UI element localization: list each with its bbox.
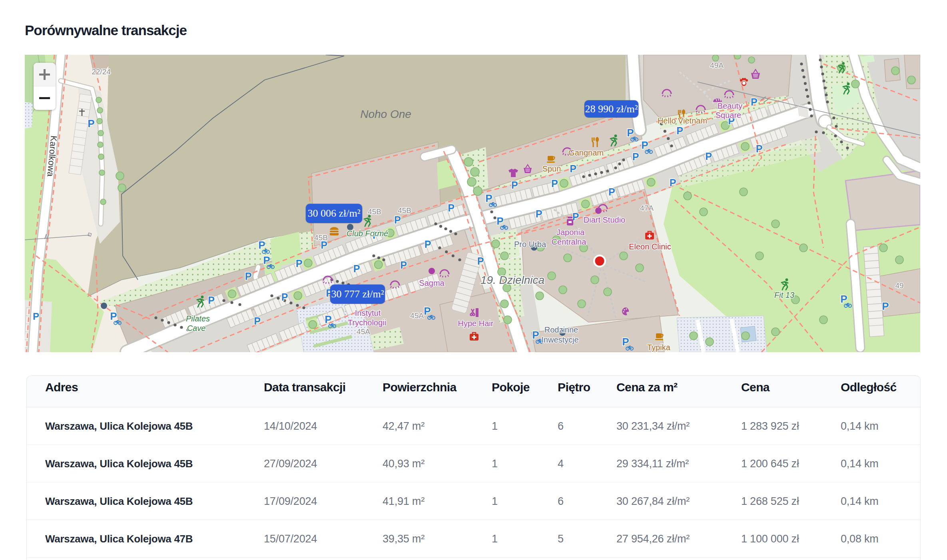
svg-text:P: P	[756, 143, 763, 154]
svg-text:45B: 45B	[368, 207, 381, 216]
svg-text:P: P	[425, 239, 431, 250]
svg-text:P: P	[627, 127, 634, 139]
svg-text:Sagma: Sagma	[419, 279, 445, 287]
svg-text:P: P	[263, 254, 270, 266]
svg-text:Trychologii: Trychologii	[348, 318, 386, 327]
svg-text:P: P	[532, 329, 539, 341]
svg-text:P: P	[676, 125, 683, 136]
svg-text:Centralna: Centralna	[552, 237, 587, 246]
svg-text:P: P	[33, 311, 39, 322]
svg-text:Eleon Clinic: Eleon Clinic	[629, 242, 671, 251]
svg-text:P: P	[296, 258, 303, 269]
svg-text:P: P	[705, 151, 712, 162]
svg-text:45B: 45B	[314, 233, 328, 242]
svg-text:P: P	[88, 118, 94, 130]
svg-text:Rodzinne: Rodzinne	[544, 325, 578, 334]
svg-text:P: P	[400, 259, 407, 271]
svg-text:45B: 45B	[398, 206, 411, 215]
svg-text:P: P	[622, 336, 629, 348]
svg-text:Inwestycje: Inwestycje	[541, 335, 578, 344]
svg-text:P: P	[325, 313, 331, 325]
svg-text:Noho One: Noho One	[360, 108, 411, 120]
svg-text:P: P	[882, 300, 889, 312]
svg-text:45A: 45A	[410, 311, 424, 320]
svg-text:P: P	[511, 179, 518, 191]
svg-text:19. Dzielnica: 19. Dzielnica	[480, 274, 544, 286]
svg-text:Hello Vietnam: Hello Vietnam	[658, 116, 707, 125]
svg-text:Square: Square	[716, 111, 742, 120]
svg-text:P: P	[840, 293, 847, 305]
svg-text:P: P	[258, 239, 265, 251]
svg-text:Hype Hair: Hype Hair	[458, 319, 494, 328]
svg-text:Typika: Typika	[647, 343, 671, 352]
svg-text:Cave: Cave	[187, 324, 206, 333]
svg-text:Gangnam: Gangnam	[568, 148, 604, 157]
svg-text:49: 49	[895, 281, 903, 290]
svg-text:P: P	[477, 255, 484, 267]
svg-text:Club Formé: Club Formé	[347, 229, 388, 238]
svg-text:P: P	[448, 202, 455, 213]
svg-text:P: P	[394, 214, 401, 225]
svg-text:P: P	[254, 315, 261, 327]
svg-text:Pilates: Pilates	[186, 314, 210, 323]
svg-text:P: P	[208, 295, 215, 306]
svg-text:P: P	[281, 291, 288, 303]
svg-text:P: P	[641, 139, 648, 151]
svg-text:P: P	[496, 215, 503, 227]
svg-text:P: P	[245, 271, 252, 282]
svg-text:47A: 47A	[640, 204, 654, 212]
svg-text:P: P	[572, 211, 579, 222]
svg-text:P: P	[536, 208, 542, 219]
svg-text:Pro Urba: Pro Urba	[514, 240, 546, 249]
svg-text:P: P	[670, 177, 676, 188]
svg-text:P: P	[570, 163, 576, 174]
svg-text:P: P	[110, 310, 117, 322]
svg-text:Fit 13: Fit 13	[774, 291, 794, 299]
svg-text:P: P	[751, 96, 758, 108]
svg-text:P: P	[632, 151, 639, 162]
svg-text:P: P	[424, 305, 431, 317]
svg-text:49A: 49A	[710, 61, 724, 70]
svg-text:Japonia: Japonia	[556, 228, 585, 237]
svg-text:P: P	[551, 178, 558, 189]
svg-text:Instytut: Instytut	[355, 309, 381, 317]
svg-text:Diart Studio: Diart Studio	[584, 215, 626, 224]
svg-text:Spun: Spun	[542, 164, 561, 173]
svg-text:P: P	[608, 186, 615, 197]
svg-text:P: P	[353, 263, 360, 274]
svg-text:P: P	[485, 192, 492, 204]
svg-text:Beauty: Beauty	[718, 102, 742, 110]
svg-text:45A: 45A	[357, 327, 370, 336]
svg-text:22/24: 22/24	[92, 68, 111, 76]
